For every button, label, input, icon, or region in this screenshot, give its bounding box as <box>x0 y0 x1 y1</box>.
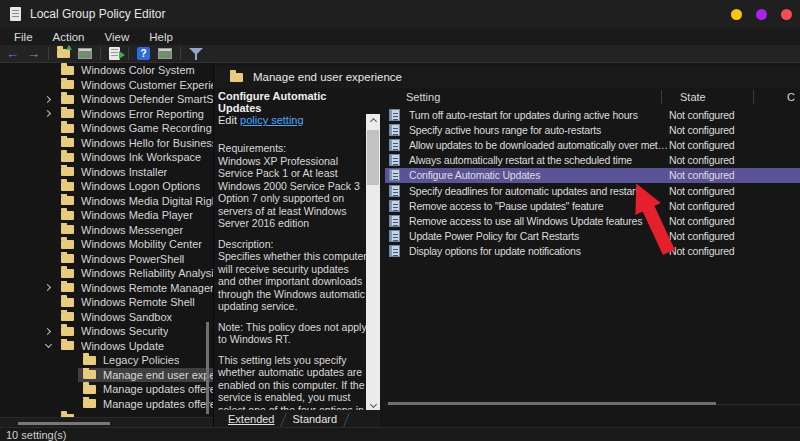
setting-name: Turn off auto-restart for updates during… <box>409 109 669 121</box>
export-list-icon[interactable] <box>109 47 120 60</box>
chevron-right-icon[interactable] <box>40 107 56 121</box>
setting-state: Not configured <box>669 230 800 242</box>
expander-spacer <box>40 223 56 237</box>
description-scrollbar[interactable] <box>366 114 380 412</box>
setting-row[interactable]: Configure Automatic UpdatesNot configure… <box>385 168 800 183</box>
tree-item[interactable]: Windows Reliability Analysi <box>0 266 213 281</box>
tree-item[interactable]: Windows Remote Shell <box>0 295 213 310</box>
expander-spacer <box>40 295 56 309</box>
setting-state: Not configured <box>669 124 800 136</box>
column-header-setting[interactable]: Setting <box>406 91 440 103</box>
tree-item[interactable]: Windows Game Recording <box>0 121 213 136</box>
tree-item[interactable]: Windows Remote Manager <box>0 281 213 296</box>
section-body: Note: This policy does not apply to Wind… <box>218 321 366 346</box>
show-hide-window-icon[interactable] <box>158 48 172 59</box>
column-header-comment[interactable]: C <box>787 91 795 103</box>
folder-icon <box>61 254 74 263</box>
tree-item-label: Windows Installer <box>81 166 167 178</box>
folder-icon <box>61 240 74 249</box>
tab-standard[interactable]: Standard <box>286 413 349 425</box>
tab-label: Standard <box>292 413 337 425</box>
expander-spacer <box>40 179 56 193</box>
tree-item[interactable]: Windows Defender SmartSc <box>0 92 213 107</box>
tree-item[interactable]: Windows Update <box>0 339 213 354</box>
list-horizontal-scrollbar[interactable] <box>388 402 716 405</box>
folder-icon <box>61 283 74 292</box>
filter-icon[interactable] <box>189 47 203 60</box>
forward-icon[interactable]: → <box>27 47 40 60</box>
tree-item[interactable]: Windows Messenger <box>0 223 213 238</box>
view-tabs: ExtendedStandard <box>214 410 380 427</box>
setting-row[interactable]: Display options for update notifications… <box>385 244 800 259</box>
tree-horizontal-scrollbar[interactable] <box>0 417 213 427</box>
tree-item[interactable]: Windows Hello for Business <box>0 136 213 151</box>
tree-item[interactable]: Windows Media Digital Rigl <box>0 194 213 209</box>
tree-item-label: Windows Error Reporting <box>81 108 204 120</box>
policy-setting-icon <box>389 185 400 197</box>
toolbar-separator <box>48 47 49 60</box>
tree-item[interactable]: Windows PowerShell <box>0 252 213 267</box>
setting-row[interactable]: Turn off auto-restart for updates during… <box>385 107 800 122</box>
column-header-state[interactable]: State <box>680 91 706 103</box>
toolbar-separator <box>100 47 101 60</box>
help-icon[interactable]: ? <box>137 47 150 60</box>
tree-horizontal-scrollbar-thumb[interactable] <box>18 422 110 425</box>
menu-help[interactable]: Help <box>139 28 183 45</box>
section-heading: Description: <box>218 238 366 251</box>
tree-item[interactable]: Windows Color System <box>0 63 213 78</box>
app-icon <box>10 7 21 21</box>
setting-row[interactable]: Specify active hours range for auto-rest… <box>385 122 800 137</box>
setting-row[interactable]: Remove access to use all Windows Update … <box>385 213 800 228</box>
menu-view[interactable]: View <box>95 28 140 45</box>
setting-row[interactable]: Update Power Policy for Cart RestartsNot… <box>385 229 800 244</box>
tree-item[interactable]: Windows Customer Experie <box>0 78 213 93</box>
policy-setting-link[interactable]: policy setting <box>240 114 304 126</box>
column-divider[interactable] <box>753 90 754 104</box>
setting-row[interactable]: Always automatically restart at the sche… <box>385 153 800 168</box>
tree-item[interactable]: Windows Error Reporting <box>0 107 213 122</box>
toolbar-separator <box>128 47 129 60</box>
chevron-down-icon[interactable] <box>40 339 56 353</box>
setting-name: Always automatically restart at the sche… <box>409 154 669 166</box>
column-divider[interactable] <box>661 90 662 104</box>
chevron-right-icon[interactable] <box>40 281 56 295</box>
tab-extended[interactable]: Extended <box>222 413 286 425</box>
tree-item[interactable]: Windows Logon Options <box>0 179 213 194</box>
tree-item[interactable]: Manage updates offered <box>0 397 213 412</box>
tree-item[interactable]: Manage updates offered <box>0 382 213 397</box>
tree-item[interactable]: Manage end user experience <box>0 368 213 383</box>
description-scrollbar-thumb[interactable] <box>367 130 379 185</box>
tree-item[interactable]: Windows Sandbox <box>0 310 213 325</box>
tree-item[interactable]: Windows Installer <box>0 165 213 180</box>
tree-item-label: Windows PowerShell <box>81 253 184 265</box>
setting-row[interactable]: Specify deadlines for automatic updates … <box>385 183 800 198</box>
show-console-tree-icon[interactable] <box>57 49 70 58</box>
tree-item[interactable]: Windows Ink Workspace <box>0 150 213 165</box>
tree-item[interactable]: Windows Media Player <box>0 208 213 223</box>
back-icon[interactable]: ← <box>6 47 19 60</box>
policy-setting-icon <box>389 230 400 242</box>
expander-spacer <box>40 121 56 135</box>
expander-spacer <box>40 252 56 266</box>
tree-vertical-scrollbar[interactable] <box>206 322 209 414</box>
chevron-right-icon[interactable] <box>40 324 56 338</box>
tree-item-label: Windows Remote Shell <box>81 296 195 308</box>
menu-file[interactable]: File <box>4 28 43 45</box>
tree-item[interactable]: Legacy Policies <box>0 353 213 368</box>
description-section: This setting lets you specify whether au… <box>218 354 366 411</box>
window-title: Local Group Policy Editor <box>30 7 165 21</box>
policy-setting-icon <box>389 109 400 121</box>
properties-window-icon[interactable] <box>78 48 92 59</box>
setting-row[interactable]: Allow updates to be downloaded automatic… <box>385 137 800 152</box>
expander-spacer <box>40 208 56 222</box>
menu-action[interactable]: Action <box>43 28 95 45</box>
tree-item[interactable]: Windows Security <box>0 324 213 339</box>
setting-state: Not configured <box>669 200 800 212</box>
close-button[interactable] <box>781 9 792 20</box>
tree-item[interactable]: Windows Mobility Center <box>0 237 213 252</box>
chevron-right-icon[interactable] <box>40 92 56 106</box>
scroll-up-icon[interactable] <box>366 114 380 127</box>
setting-row[interactable]: Remove access to "Pause updates" feature… <box>385 198 800 213</box>
maximize-button[interactable] <box>756 9 767 20</box>
minimize-button[interactable] <box>731 9 742 20</box>
